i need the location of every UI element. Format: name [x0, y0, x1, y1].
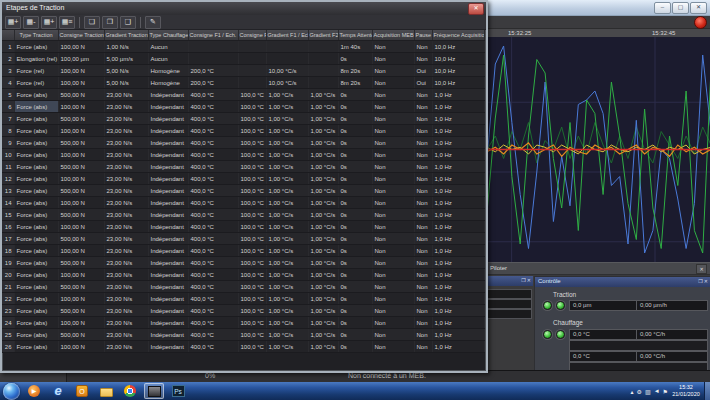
taskbar-clock[interactable]: 15:32 21/01/2020: [669, 384, 703, 398]
duplicate-step-button[interactable]: ▦+: [41, 16, 57, 29]
table-row[interactable]: 10Force (abs)100,00 N23,00 N/sIndépendan…: [2, 149, 484, 161]
minimize-icon[interactable]: –: [654, 2, 671, 14]
network-icon[interactable]: ▥: [645, 388, 651, 395]
action-center-icon[interactable]: ⚑: [663, 388, 668, 395]
paste-steps-button[interactable]: ❑: [120, 16, 136, 29]
table-row[interactable]: 18Force (abs)100,00 N23,00 N/sIndépendan…: [2, 245, 484, 257]
table-row[interactable]: 24Force (abs)100,00 N23,00 N/sIndépendan…: [2, 317, 484, 329]
controle-panel-titlebar[interactable]: Contrôle ❐ ✕: [535, 277, 710, 287]
table-row[interactable]: 11Force (abs)500,00 N23,00 N/sIndépendan…: [2, 161, 484, 173]
cell: 1,00 °C/s: [308, 221, 338, 233]
cell: 400,0 °C: [188, 149, 238, 161]
move-step-button[interactable]: ▦≡: [59, 16, 75, 29]
column-header[interactable]: Temps Attente: [338, 30, 372, 41]
cell: 1,0 Hz: [432, 269, 484, 281]
table-row[interactable]: 26Force (abs)100,00 N23,00 N/sIndépendan…: [2, 341, 484, 353]
hidden-panel-field[interactable]: [486, 289, 532, 299]
etapes-titlebar[interactable]: Etapes de Traction ✕: [2, 2, 486, 15]
hidden-panel-titlebar[interactable]: ❐ ✕: [486, 276, 533, 286]
explorer-folder-icon[interactable]: [96, 383, 116, 399]
table-row[interactable]: 8Force (abs)100,00 N23,00 N/sIndépendant…: [2, 125, 484, 137]
column-header[interactable]: Gradient F1 / Ech: [266, 30, 308, 41]
table-row[interactable]: 1Force (abs)100,00 N1,00 N/sAucun1m 40sN…: [2, 41, 484, 53]
traction-setpoint-field[interactable]: 0,0 µm: [569, 300, 639, 311]
cell: 1,0 Hz: [432, 233, 484, 245]
cell: 10,0 Hz: [432, 41, 484, 53]
cell: 500,00 N: [58, 281, 104, 293]
internet-explorer-icon[interactable]: e: [48, 383, 68, 399]
column-header[interactable]: Acquisition MEB: [372, 30, 414, 41]
table-row[interactable]: 21Force (abs)500,00 N23,00 N/sIndépendan…: [2, 281, 484, 293]
cell: 0s: [338, 317, 372, 329]
table-row[interactable]: 20Force (abs)100,00 N23,00 N/sIndépendan…: [2, 269, 484, 281]
add-step-button[interactable]: ▦+: [5, 16, 21, 29]
column-header[interactable]: Consigne F1 / Ech.: [188, 30, 238, 41]
hidden-panel-field[interactable]: [486, 309, 532, 319]
hidden-icons-button[interactable]: ▴: [631, 388, 634, 395]
panel-float-icon[interactable]: ❐: [698, 278, 702, 285]
cell: Non: [414, 209, 432, 221]
column-header[interactable]: Consigne F2: [238, 30, 266, 41]
chauffage-rate-field-1[interactable]: 0,00 °C/h: [636, 329, 708, 340]
table-row[interactable]: 14Force (abs)100,00 N23,00 N/sIndépendan…: [2, 197, 484, 209]
cell: Aucun: [148, 53, 188, 65]
cell: 5,00 µm/s: [104, 53, 148, 65]
panel-close-icon[interactable]: ✕: [527, 277, 531, 284]
close-icon[interactable]: ✕: [690, 2, 707, 14]
media-player-icon[interactable]: ▶: [24, 383, 44, 399]
volume-icon[interactable]: ◄: [654, 388, 660, 394]
start-button[interactable]: [3, 383, 20, 400]
cell: 100,0 °C: [238, 281, 266, 293]
table-row[interactable]: 7Force (abs)500,00 N23,00 N/sIndépendant…: [2, 113, 484, 125]
traction-chart[interactable]: [486, 37, 710, 262]
table-row[interactable]: 6Force (abs)100,00 N23,00 N/sIndépendant…: [2, 101, 484, 113]
chrome-icon[interactable]: [120, 383, 140, 399]
chauffage-rate-field-2[interactable]: 0,00 °C/h: [636, 351, 708, 362]
chauffage-setpoint-field-1[interactable]: 0,0 °C: [569, 329, 639, 340]
table-row[interactable]: 3Force (rel)100,00 N5,00 N/sHomogène200,…: [2, 65, 484, 77]
column-header[interactable]: Gradient F2: [308, 30, 338, 41]
column-header[interactable]: Gradient Traction: [104, 30, 148, 41]
panel-close-icon[interactable]: ✕: [704, 278, 708, 285]
copy-steps-button[interactable]: ❐: [102, 16, 118, 29]
table-row[interactable]: 16Force (abs)100,00 N23,00 N/sIndépendan…: [2, 221, 484, 233]
table-row[interactable]: 17Force (abs)500,00 N23,00 N/sIndépendan…: [2, 233, 484, 245]
hidden-panel-field[interactable]: [486, 299, 532, 309]
cell: 1,00 °C/s: [266, 149, 308, 161]
table-row[interactable]: 9Force (abs)500,00 N23,00 N/sIndépendant…: [2, 137, 484, 149]
table-row[interactable]: 23Force (abs)500,00 N23,00 N/sIndépendan…: [2, 305, 484, 317]
close-icon[interactable]: ✕: [696, 264, 707, 274]
table-row[interactable]: 19Force (abs)500,00 N23,00 N/sIndépendan…: [2, 257, 484, 269]
outlook-icon[interactable]: O: [72, 383, 92, 399]
column-header[interactable]: Type Chauffage: [148, 30, 188, 41]
table-row[interactable]: 15Force (abs)500,00 N23,00 N/sIndépendan…: [2, 209, 484, 221]
table-row[interactable]: 13Force (abs)500,00 N23,00 N/sIndépendan…: [2, 185, 484, 197]
column-header[interactable]: Fréquence Acquisition: [432, 30, 484, 41]
maximize-icon[interactable]: ▢: [672, 2, 689, 14]
cell: 100,00 N: [58, 197, 104, 209]
new-file-button[interactable]: ❏: [84, 16, 100, 29]
photoshop-icon[interactable]: Ps: [168, 383, 188, 399]
remove-step-button[interactable]: ▦-: [23, 16, 39, 29]
traction-rate-field[interactable]: 0,00 µm/h: [636, 300, 708, 311]
table-row[interactable]: 5Force (abs)500,00 N23,00 N/sIndépendant…: [2, 89, 484, 101]
cell: Indépendant: [148, 197, 188, 209]
edit-script-button[interactable]: ✎: [145, 16, 161, 29]
chauffage-empty-field[interactable]: [569, 340, 708, 351]
media-player-icon: ▶: [28, 385, 40, 397]
table-row[interactable]: 25Force (abs)500,00 N23,00 N/sIndépendan…: [2, 329, 484, 341]
show-desktop-button[interactable]: [704, 382, 710, 400]
table-row[interactable]: 2Elongation (rel)100,00 µm5,00 µm/sAucun…: [2, 53, 484, 65]
settings-icon[interactable]: ⚙: [637, 388, 642, 395]
chauffage-setpoint-field-2[interactable]: 0,0 °C: [569, 351, 639, 362]
column-header[interactable]: Consigne Traction: [58, 30, 104, 41]
table-row[interactable]: 12Force (abs)100,00 N23,00 N/sIndépendan…: [2, 173, 484, 185]
table-row[interactable]: 4Force (rel)100,00 N5,00 N/sHomogène200,…: [2, 77, 484, 89]
table-row[interactable]: 22Force (abs)100,00 N23,00 N/sIndépendan…: [2, 293, 484, 305]
traction-app-icon[interactable]: [144, 383, 164, 399]
close-icon[interactable]: ✕: [468, 3, 484, 15]
panel-float-icon[interactable]: ❐: [521, 277, 525, 284]
record-icon[interactable]: [694, 16, 707, 29]
column-header[interactable]: Type Traction: [14, 30, 58, 41]
column-header[interactable]: Pause: [414, 30, 432, 41]
